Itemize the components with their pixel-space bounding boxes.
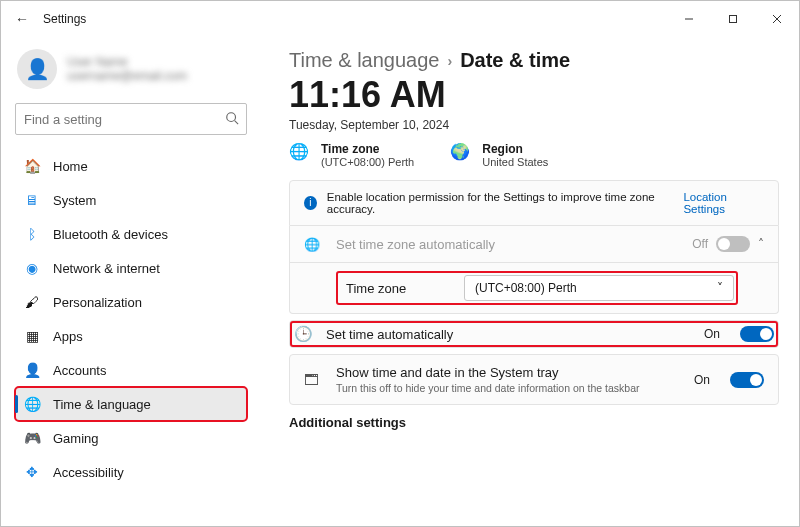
- bluetooth-icon: ᛒ: [23, 225, 41, 243]
- svg-point-4: [227, 113, 236, 122]
- breadcrumb: Time & language › Date & time: [289, 49, 779, 72]
- row-label: Set time zone automatically: [336, 237, 692, 252]
- location-settings-link[interactable]: Location Settings: [683, 191, 764, 215]
- toggle-state-label: Off: [692, 237, 708, 251]
- row-label: Show time and date in the System tray: [336, 365, 682, 380]
- sidebar-item-label: Time & language: [53, 397, 151, 412]
- maximize-button[interactable]: [711, 3, 755, 35]
- sidebar-item-bluetooth[interactable]: ᛒBluetooth & devices: [15, 217, 247, 251]
- sidebar-item-label: Home: [53, 159, 88, 174]
- sidebar-item-gaming[interactable]: 🎮Gaming: [15, 421, 247, 455]
- accessibility-icon: ✥: [23, 463, 41, 481]
- row-system-tray: 🗔 Show time and date in the System tray …: [289, 354, 779, 405]
- current-date: Tuesday, September 10, 2024: [289, 118, 779, 132]
- profile-email: username@email.com: [67, 69, 187, 83]
- wifi-icon: ◉: [23, 259, 41, 277]
- avatar: 👤: [17, 49, 57, 89]
- info-icon: i: [304, 196, 317, 210]
- chevron-up-icon[interactable]: ˄: [758, 237, 764, 251]
- toggle-state-label: On: [694, 373, 710, 387]
- info-text: Enable location permission for the Setti…: [327, 191, 674, 215]
- window-controls: [667, 3, 799, 35]
- summary-value: United States: [482, 156, 548, 168]
- titlebar: ← Settings: [1, 1, 799, 37]
- sidebar-item-network[interactable]: ◉Network & internet: [15, 251, 247, 285]
- nav-list: 🏠Home 🖥System ᛒBluetooth & devices ◉Netw…: [15, 149, 247, 489]
- chevron-down-icon: ˅: [717, 281, 723, 295]
- apps-icon: ▦: [23, 327, 41, 345]
- sidebar-item-home[interactable]: 🏠Home: [15, 149, 247, 183]
- accounts-icon: 👤: [23, 361, 41, 379]
- row-auto-time: 🕒 Set time automatically On: [289, 320, 779, 348]
- row-sublabel: Turn this off to hide your time and date…: [336, 382, 682, 394]
- summary-row: 🌐 Time zone (UTC+08:00) Perth 🌍 Region U…: [289, 142, 779, 168]
- dropdown-value: (UTC+08:00) Perth: [475, 281, 577, 295]
- system-icon: 🖥: [23, 191, 41, 209]
- sidebar-item-label: Personalization: [53, 295, 142, 310]
- summary-region: 🌍 Region United States: [450, 142, 548, 168]
- sidebar-item-label: Accounts: [53, 363, 106, 378]
- gaming-icon: 🎮: [23, 429, 41, 447]
- brush-icon: 🖌: [23, 293, 41, 311]
- taskbar-icon: 🗔: [304, 371, 324, 388]
- breadcrumb-parent[interactable]: Time & language: [289, 49, 439, 72]
- sidebar-item-apps[interactable]: ▦Apps: [15, 319, 247, 353]
- search-icon: [225, 111, 239, 125]
- minimize-button[interactable]: [667, 3, 711, 35]
- clock-icon: 🕒: [294, 325, 314, 343]
- chevron-right-icon: ›: [447, 53, 452, 69]
- timezone-dropdown[interactable]: (UTC+08:00) Perth ˅: [464, 275, 734, 301]
- window-title: Settings: [43, 12, 86, 26]
- profile-name: User Name: [67, 55, 187, 69]
- profile-header[interactable]: 👤 User Name username@email.com: [15, 45, 247, 103]
- sidebar-item-accessibility[interactable]: ✥Accessibility: [15, 455, 247, 489]
- sidebar-item-time-language[interactable]: 🌐Time & language: [15, 387, 247, 421]
- sidebar-item-label: Gaming: [53, 431, 99, 446]
- close-button[interactable]: [755, 3, 799, 35]
- toggle-state-label: On: [704, 327, 720, 341]
- timezone-icon: 🌐: [304, 237, 320, 252]
- globe-clock-icon: 🌐: [23, 395, 41, 413]
- tray-toggle[interactable]: [730, 372, 764, 388]
- location-info-bar: i Enable location permission for the Set…: [289, 180, 779, 226]
- sidebar-item-label: Bluetooth & devices: [53, 227, 168, 242]
- search-input[interactable]: [15, 103, 247, 135]
- summary-label: Time zone: [321, 142, 414, 156]
- sidebar-item-accounts[interactable]: 👤Accounts: [15, 353, 247, 387]
- svg-line-5: [235, 121, 239, 125]
- summary-timezone: 🌐 Time zone (UTC+08:00) Perth: [289, 142, 414, 168]
- page-title: Date & time: [460, 49, 570, 72]
- sidebar-item-system[interactable]: 🖥System: [15, 183, 247, 217]
- sidebar-item-label: Apps: [53, 329, 83, 344]
- sidebar: 👤 User Name username@email.com 🏠Home 🖥Sy…: [1, 37, 261, 526]
- row-timezone-select: Time zone (UTC+08:00) Perth ˅: [289, 263, 779, 314]
- sidebar-item-label: System: [53, 193, 96, 208]
- region-icon: 🌍: [450, 142, 472, 168]
- search-field[interactable]: [15, 103, 247, 135]
- row-label: Time zone: [340, 281, 464, 296]
- back-button[interactable]: ←: [15, 11, 29, 27]
- sidebar-item-label: Network & internet: [53, 261, 160, 276]
- timezone-icon: 🌐: [289, 142, 311, 168]
- current-time: 11:16 AM: [289, 74, 779, 116]
- auto-time-toggle[interactable]: [740, 326, 774, 342]
- home-icon: 🏠: [23, 157, 41, 175]
- summary-value: (UTC+08:00) Perth: [321, 156, 414, 168]
- summary-label: Region: [482, 142, 548, 156]
- row-label: Set time automatically: [326, 327, 692, 342]
- row-auto-timezone[interactable]: 🌐 Set time zone automatically Off ˄: [289, 226, 779, 263]
- section-additional-settings: Additional settings: [289, 415, 779, 430]
- auto-timezone-toggle: [716, 236, 750, 252]
- svg-rect-1: [730, 16, 737, 23]
- content-area: Time & language › Date & time 11:16 AM T…: [261, 37, 799, 526]
- sidebar-item-label: Accessibility: [53, 465, 124, 480]
- sidebar-item-personalization[interactable]: 🖌Personalization: [15, 285, 247, 319]
